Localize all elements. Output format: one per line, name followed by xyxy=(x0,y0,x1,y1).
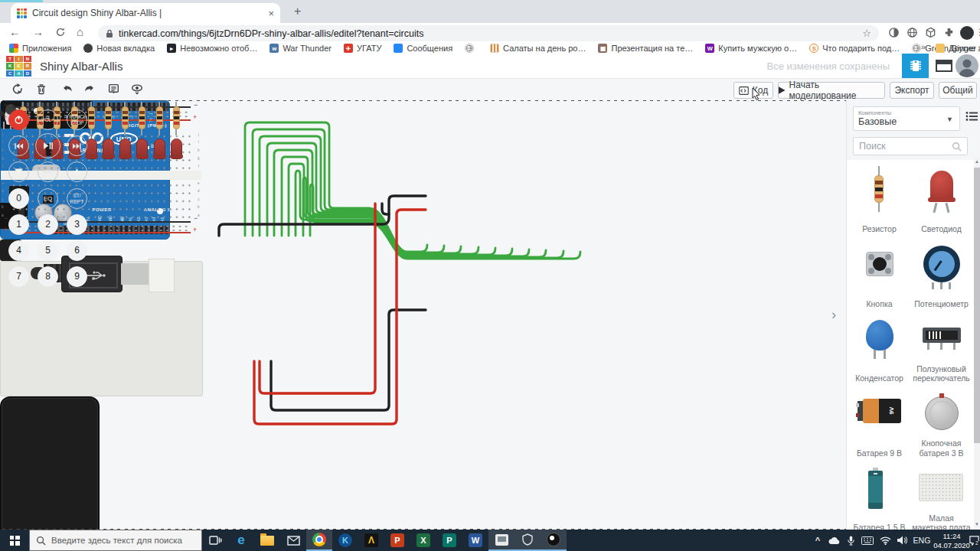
taskbar-remote-app[interactable] xyxy=(488,530,514,551)
circuits-view-button[interactable] xyxy=(902,54,929,78)
led[interactable] xyxy=(103,139,114,159)
remote-eq-button[interactable]: EQ xyxy=(38,188,58,209)
browser-profile-avatar[interactable] xyxy=(960,26,974,40)
remote-st-rept-button[interactable]: ST/ REPT xyxy=(67,188,87,209)
component-item-battery-aa[interactable]: Батарея 1,5 В xyxy=(848,460,910,535)
start-button[interactable] xyxy=(0,530,29,551)
taskbar-word[interactable]: W xyxy=(462,530,488,551)
bookmarks-overflow-chevron[interactable]: » xyxy=(921,42,926,51)
led[interactable] xyxy=(136,139,148,159)
bookmark-star-icon[interactable]: ☆ xyxy=(862,28,871,39)
bookmark-item[interactable]: Новая вкладка xyxy=(83,44,155,53)
resistor[interactable] xyxy=(122,106,129,129)
back-icon[interactable]: ← xyxy=(9,25,21,38)
action-center-icon[interactable]: 2 xyxy=(968,530,980,551)
taskbar-antivirus[interactable]: Λ xyxy=(358,530,384,551)
taskbar-security-app[interactable] xyxy=(514,530,541,551)
taskbar-edge[interactable]: e xyxy=(228,530,254,551)
component-item-battery-9v[interactable]: 9V Батарея 9 В xyxy=(848,386,910,461)
remote-func-stop-button[interactable]: FUNC/ STOP xyxy=(67,109,87,130)
taskbar-powerpoint[interactable]: P xyxy=(384,530,410,551)
reload-icon[interactable] xyxy=(55,27,66,37)
share-button[interactable]: Общий xyxy=(939,82,977,99)
remote-prev-button[interactable] xyxy=(8,135,29,156)
remote-play-pause-button[interactable] xyxy=(35,133,60,158)
other-bookmarks[interactable]: Другие закладки xyxy=(936,44,980,53)
component-item-slide-switch[interactable]: Ползунковый переключатель xyxy=(910,311,972,386)
bookmark-item[interactable]: ▦Презентация на те… xyxy=(598,44,693,53)
tinkercad-logo[interactable]: TIN KER CAD xyxy=(6,56,31,77)
remote-down-button[interactable] xyxy=(8,161,29,182)
led[interactable] xyxy=(86,139,97,159)
touch-keyboard-icon[interactable] xyxy=(859,530,876,551)
component-item-potentiometer[interactable]: Потенциометр xyxy=(910,236,972,311)
wifi-icon[interactable] xyxy=(877,530,893,551)
visibility-icon[interactable] xyxy=(130,83,144,96)
remote-key-5[interactable]: 5 xyxy=(38,240,58,261)
bookmark-item[interactable]: Сообщения xyxy=(394,44,452,53)
bookmark-item[interactable]: wWar Thunder xyxy=(270,44,332,53)
component-search-input[interactable]: Поиск xyxy=(853,137,968,155)
remote-up-button[interactable] xyxy=(67,161,87,182)
bookmark-item[interactable]: Салаты на день ро… xyxy=(490,44,586,53)
speaker-icon[interactable] xyxy=(894,530,910,551)
remote-key-9[interactable]: 9 xyxy=(67,266,87,287)
components-category-dropdown[interactable]: Компоненты Базовые ▼ xyxy=(853,106,960,131)
start-simulation-button[interactable]: Начать моделирование xyxy=(778,82,885,99)
remote-vol-down-button[interactable]: VOL- xyxy=(38,161,58,182)
resistor[interactable] xyxy=(156,106,163,129)
remote-key-6[interactable]: 6 xyxy=(67,240,87,261)
component-item-resistor[interactable]: Резистор xyxy=(848,161,910,236)
home-icon[interactable]: ⌂ xyxy=(77,25,83,38)
language-indicator[interactable]: ENG xyxy=(911,530,933,551)
extensions-puzzle-icon[interactable] xyxy=(943,27,955,38)
taskbar-search-input[interactable]: Введите здесь текст для поиска xyxy=(29,530,202,551)
remote-key-3[interactable]: 3 xyxy=(67,214,87,235)
microphone-icon[interactable] xyxy=(844,530,858,551)
extension-globe-icon[interactable] xyxy=(906,27,918,38)
remote-key-8[interactable]: 8 xyxy=(38,266,58,287)
green-signal-wires[interactable] xyxy=(245,122,580,259)
bookmark-item[interactable]: WКупить мужскую о… xyxy=(705,44,797,53)
remote-key-7[interactable]: 7 xyxy=(8,266,29,287)
component-item-small-breadboard[interactable]: Малая макетная плата xyxy=(910,460,972,535)
component-item-coin-cell[interactable]: Кнопочная батарея 3 В xyxy=(910,386,972,461)
forward-icon[interactable]: → xyxy=(32,25,44,38)
browser-tab[interactable]: Circuit design Shiny Albar-Allis | × xyxy=(11,3,280,23)
redo-icon[interactable] xyxy=(83,83,96,95)
address-bar[interactable]: tinkercad.com/things/6jtzDrn6DPr-shiny-a… xyxy=(98,25,879,41)
circuit-canvas[interactable]: AREFGND 1312 ~11~10 ~98 7~6 ~54 ~32 TX→1… xyxy=(0,100,980,530)
ir-remote[interactable]: VOL+ FUNC/ STOP VOL- 0 EQ ST/ REPT 1 2 3… xyxy=(0,396,100,530)
resistor[interactable] xyxy=(88,106,95,129)
scrollbar-thumb[interactable] xyxy=(974,168,980,443)
resistor[interactable] xyxy=(105,106,112,129)
tab-close-icon[interactable]: × xyxy=(268,8,274,19)
extension-circle-icon[interactable] xyxy=(888,27,900,38)
notes-icon[interactable] xyxy=(107,83,120,96)
extension-cube-icon[interactable] xyxy=(925,27,936,38)
led[interactable] xyxy=(171,139,182,159)
undo-icon[interactable] xyxy=(61,83,74,95)
taskbar-clock[interactable]: 11:24 04.07.2020 xyxy=(933,532,971,550)
bookmark-item[interactable]: ▸Невозможно отоб… xyxy=(167,44,257,53)
remote-key-0[interactable]: 0 xyxy=(8,188,29,209)
taskbar-excel[interactable]: X xyxy=(410,530,436,551)
component-item-capacitor[interactable]: Конденсатор xyxy=(848,311,910,386)
taskbar-publisher[interactable]: P xyxy=(436,530,462,551)
taskbar-file-explorer[interactable] xyxy=(254,530,280,551)
led[interactable] xyxy=(119,139,131,159)
export-button[interactable]: Экспорт xyxy=(890,82,934,99)
bookmark-item[interactable] xyxy=(465,44,478,53)
panel-scrollbar[interactable]: ▲ ▼ xyxy=(974,157,980,530)
component-item-led[interactable]: Светодиод xyxy=(910,161,972,236)
bookmark-item[interactable]: SЧто подарить под… xyxy=(809,44,900,53)
black-ground-wires[interactable] xyxy=(219,196,426,410)
taskbar-obs[interactable] xyxy=(541,530,567,551)
taskbar-chrome[interactable] xyxy=(306,530,332,551)
scroll-down-icon[interactable]: ▼ xyxy=(974,522,980,527)
bookmark-item[interactable]: ✈УГАТУ xyxy=(344,44,381,53)
component-item-pushbutton[interactable]: Кнопка xyxy=(848,236,910,311)
design-title[interactable]: Shiny Albar-Allis xyxy=(40,60,122,73)
tray-chevron-icon[interactable]: ^ xyxy=(810,530,825,551)
remote-power-button[interactable] xyxy=(8,109,29,130)
